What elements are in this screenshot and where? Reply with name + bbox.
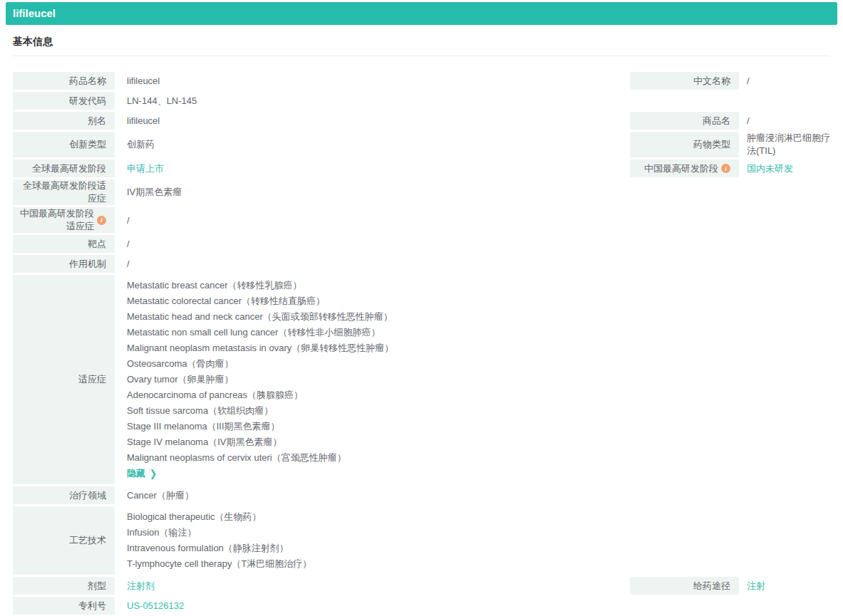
row-rd-code: 研发代码 LN-144、LN-145 <box>13 92 830 110</box>
field-value-technology: Biological therapeutic（生物药） Infusion（输注）… <box>115 506 830 575</box>
indication-item: Soft tissue sarcoma（软组织肉瘤） <box>127 403 830 419</box>
global-stage-link[interactable]: 申请上市 <box>127 162 164 175</box>
field-value-cn-name: / <box>739 72 830 90</box>
field-value-target: / <box>115 235 830 253</box>
field-label-technology: 工艺技术 <box>13 506 115 575</box>
technology-item: Biological therapeutic（生物药） <box>127 509 830 525</box>
field-value-indications: Metastatic breast cancer（转移性乳腺癌） Metasta… <box>115 275 830 484</box>
china-stage-label-text: 中国最高研发阶段 <box>644 162 718 175</box>
row-therapy-area: 治疗领域 Cancer（肿瘤） <box>13 486 830 504</box>
info-icon[interactable]: i <box>721 164 730 173</box>
indication-item: Metastatic breast cancer（转移性乳腺癌） <box>127 278 830 293</box>
row-china-stage-indication: 中国最高研发阶段适应症 i / <box>13 207 830 233</box>
china-stage-indication-label-text: 中国最高研发阶段适应症 <box>19 207 94 233</box>
field-label-drug-name: 药品名称 <box>13 72 115 90</box>
field-label-innovation-type: 创新类型 <box>13 132 115 157</box>
field-value-drug-name: lifileucel <box>115 72 621 90</box>
indication-item: Metastatic non small cell lung cancer（转移… <box>127 325 830 340</box>
route-link[interactable]: 注射 <box>747 580 765 592</box>
indication-item: Metastatic colorectal cancer（转移性结直肠癌） <box>127 293 830 309</box>
row-technology: 工艺技术 Biological therapeutic（生物药） Infusio… <box>13 506 830 575</box>
row-indications: 适应症 Metastatic breast cancer（转移性乳腺癌） Met… <box>13 275 830 484</box>
field-label-dosage-form: 剂型 <box>13 577 115 595</box>
indication-item: Stage IV melanoma（IV期黑色素瘤） <box>127 434 830 450</box>
row-dosage-form: 剂型 注射剂 给药途径 注射 <box>13 577 830 595</box>
field-value-innovation-type: 创新药 <box>115 132 621 157</box>
field-label-global-stage-indication: 全球最高研发阶段适应症 <box>13 179 115 205</box>
field-label-indications: 适应症 <box>13 275 115 484</box>
field-value-patent: US-05126132 <box>115 597 830 615</box>
field-label-drug-type: 药物类型 <box>630 132 739 157</box>
field-value-global-stage: 申请上市 <box>115 160 621 177</box>
china-stage-link[interactable]: 国内未研发 <box>747 162 793 175</box>
row-alias: 别名 lifileucel 商品名 / <box>13 112 830 130</box>
basic-info-table: 药品名称 lifileucel 中文名称 / 研发代码 LN-144、LN-14… <box>6 56 837 616</box>
dosage-form-link[interactable]: 注射剂 <box>127 580 155 592</box>
technology-item: Intravenous formulation（静脉注射剂） <box>127 541 830 556</box>
indication-item: Metastatic head and neck cancer（头面或颈部转移性… <box>127 309 830 325</box>
field-label-route: 给药途径 <box>630 577 739 595</box>
hide-link-label: 隐藏 <box>127 466 145 481</box>
field-value-drug-type: 肿瘤浸润淋巴细胞疗法(TIL) <box>739 132 830 157</box>
basic-info-card: 基本信息 药品名称 lifileucel 中文名称 / 研发代码 LN-144、… <box>6 25 837 616</box>
field-label-patent: 专利号 <box>13 597 115 615</box>
row-target: 靶点 / <box>13 235 830 253</box>
drug-title-bar: lifileucel <box>6 2 837 25</box>
field-value-route: 注射 <box>739 577 830 595</box>
field-label-alias: 别名 <box>13 112 115 130</box>
section-title: 基本信息 <box>13 25 830 56</box>
field-label-trade-name: 商品名 <box>630 112 739 130</box>
field-value-china-stage: 国内未研发 <box>739 160 830 177</box>
row-innovation-type: 创新类型 创新药 药物类型 肿瘤浸润淋巴细胞疗法(TIL) <box>13 132 830 157</box>
chevron-right-icon: ❯ <box>150 464 157 482</box>
drug-title: lifileucel <box>13 7 56 19</box>
technology-item: Infusion（输注） <box>127 525 830 541</box>
patent-link[interactable]: US-05126132 <box>127 600 184 611</box>
field-value-trade-name: / <box>739 112 830 130</box>
indication-item: Stage III melanoma（III期黑色素瘤） <box>127 419 830 434</box>
field-value-alias: lifileucel <box>115 112 621 130</box>
field-value-dosage-form: 注射剂 <box>115 577 621 595</box>
row-global-stage: 全球最高研发阶段 申请上市 中国最高研发阶段 i 国内未研发 <box>13 160 830 177</box>
field-label-target: 靶点 <box>13 235 115 253</box>
field-label-rd-code: 研发代码 <box>13 92 115 110</box>
hide-indications-link[interactable]: 隐藏 ❯ <box>127 466 830 481</box>
field-label-therapy-area: 治疗领域 <box>13 486 115 504</box>
field-label-moa: 作用机制 <box>13 255 115 273</box>
indication-item: Malignant neoplasms of cervix uteri（宫颈恶性… <box>127 450 830 466</box>
field-value-global-stage-indication: IV期黑色素瘤 <box>115 179 830 205</box>
field-label-china-stage-indication: 中国最高研发阶段适应症 i <box>13 207 115 233</box>
row-patent: 专利号 US-05126132 <box>13 597 830 615</box>
field-label-china-stage: 中国最高研发阶段 i <box>630 160 739 177</box>
field-value-rd-code: LN-144、LN-145 <box>115 92 830 110</box>
indication-item: Adenocarcinoma of pancreas（胰腺腺癌） <box>127 387 830 403</box>
field-value-therapy-area: Cancer（肿瘤） <box>115 486 830 504</box>
field-value-moa: / <box>115 255 830 273</box>
indication-item: Ovary tumor（卵巢肿瘤） <box>127 372 830 387</box>
row-moa: 作用机制 / <box>13 255 830 273</box>
field-label-cn-name: 中文名称 <box>630 72 739 90</box>
field-label-global-stage: 全球最高研发阶段 <box>13 160 115 177</box>
indication-item: Malignant neoplasm metastasis in ovary（卵… <box>127 340 830 356</box>
info-icon[interactable]: i <box>97 216 106 225</box>
row-drug-name: 药品名称 lifileucel 中文名称 / <box>13 72 830 90</box>
field-value-china-stage-indication: / <box>115 207 830 233</box>
indication-item: Osteosarcoma（骨肉瘤） <box>127 356 830 372</box>
row-global-stage-indication: 全球最高研发阶段适应症 IV期黑色素瘤 <box>13 179 830 205</box>
technology-item: T-lymphocyte cell therapy（T淋巴细胞治疗） <box>127 556 830 572</box>
